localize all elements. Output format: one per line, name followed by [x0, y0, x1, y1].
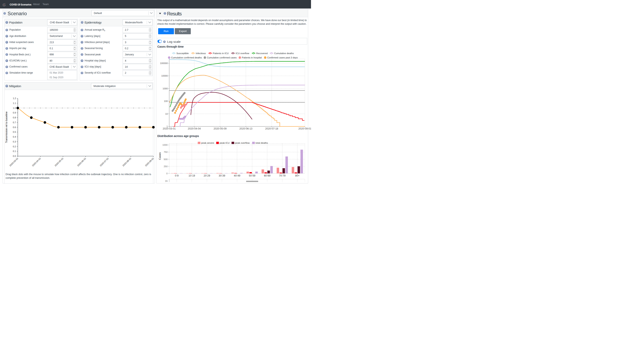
svg-text:peak overflow: peak overflow	[235, 141, 250, 144]
svg-text:1000: 1000	[162, 144, 168, 146]
svg-text:30-39: 30-39	[219, 174, 225, 177]
svg-text:250: 250	[164, 165, 167, 168]
svg-text:70-79: 70-79	[279, 174, 286, 177]
svg-text:500: 500	[164, 158, 167, 160]
svg-text:peak ICU: peak ICU	[220, 141, 230, 144]
svg-text:Cases: Cases	[158, 152, 161, 160]
svg-text:total deaths: total deaths	[256, 141, 268, 144]
svg-text:20-29: 20-29	[204, 174, 210, 177]
svg-text:50-59: 50-59	[249, 174, 255, 177]
svg-text:60-69: 60-69	[264, 174, 271, 177]
svg-text:peak severe: peak severe	[201, 141, 214, 144]
svg-text:750: 750	[164, 151, 167, 153]
svg-text:0: 0	[166, 172, 167, 175]
svg-text:40-49: 40-49	[234, 174, 240, 177]
svg-text:16: 16	[165, 180, 168, 182]
svg-text:0-9: 0-9	[175, 174, 179, 177]
svg-text:80+: 80+	[295, 174, 299, 177]
svg-text:10-19: 10-19	[189, 174, 195, 177]
